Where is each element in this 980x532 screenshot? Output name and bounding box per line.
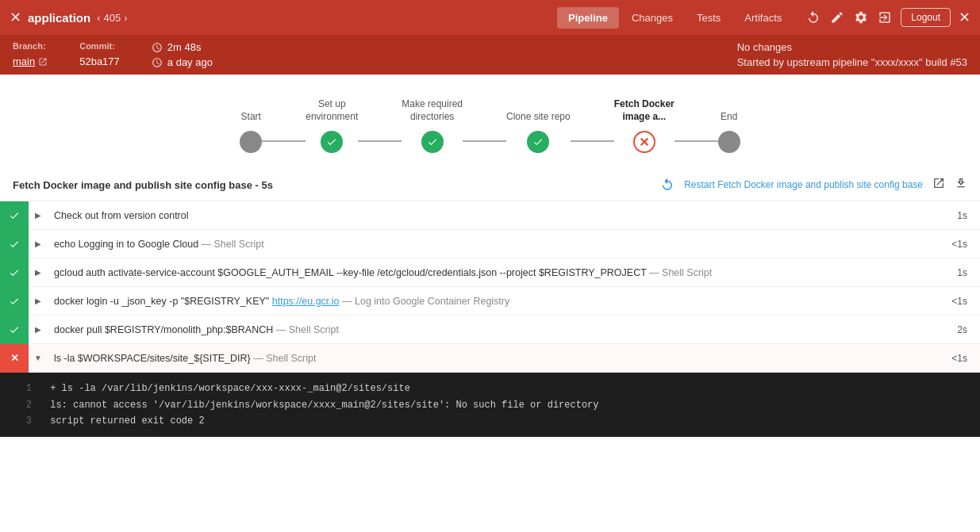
stage-end-node[interactable]	[718, 131, 740, 153]
stage-make-dirs: Make requireddirectories	[402, 98, 463, 153]
started-by-text: Started by upstream pipeline "xxxx/xxxx"…	[737, 56, 967, 68]
log-row-ls: ✕ ▼ ls -la $WORKSPACE/sites/site_${SITE_…	[0, 344, 980, 373]
close-icon[interactable]: ✕	[10, 9, 21, 26]
log-status-4	[0, 287, 29, 316]
branch-label: Branch:	[13, 41, 46, 51]
log-status-1	[0, 201, 29, 230]
check-icon-3	[532, 136, 544, 147]
line-num-2: 2	[13, 397, 32, 413]
check-icon	[326, 136, 337, 147]
external-icon	[932, 177, 945, 189]
log-expand-2[interactable]: ▶	[29, 239, 48, 248]
line-content-3: script returned exit code 2	[50, 415, 204, 427]
time-icon	[152, 57, 163, 68]
replay-icon[interactable]	[805, 10, 821, 25]
log-text-6: ls -la $WORKSPACE/sites/site_${SITE_DIR}…	[48, 353, 939, 364]
build-navigation: ‹ 405 ›	[97, 12, 127, 24]
terminal-line-3: 3 script returned exit code 2	[13, 413, 967, 429]
tab-tests[interactable]: Tests	[686, 7, 732, 29]
line-content-2: ls: cannot access '/var/lib/jenkins/work…	[50, 400, 598, 411]
meta-row: Branch: main Commit: 52ba177 2m 48s a da…	[0, 35, 980, 75]
log-expand-5[interactable]: ▶	[29, 325, 48, 334]
log-status-5	[0, 316, 29, 344]
restart-icon[interactable]	[660, 178, 674, 192]
open-external-icon[interactable]	[932, 177, 945, 193]
section-actions: Restart Fetch Docker image and publish s…	[660, 177, 967, 193]
log-text-5: docker pull $REGISTRY/monolith_php:$BRAN…	[48, 324, 944, 335]
section-header: Fetch Docker image and publish site conf…	[0, 169, 980, 201]
stage-fetch-docker-label: Fetch Dockerimage a...	[614, 98, 674, 123]
log-expand-3[interactable]: ▶	[29, 268, 48, 277]
header: ✕ application ‹ 405 › Pipeline Changes T…	[0, 0, 980, 35]
check-icon-2	[427, 136, 438, 147]
stage-setup: Set upenvironment	[306, 98, 358, 153]
gcr-link[interactable]: https://eu.gcr.io	[272, 296, 340, 307]
check-2	[9, 239, 20, 250]
pipeline-info: No changes Started by upstream pipeline …	[737, 41, 967, 68]
restart-link[interactable]: Restart Fetch Docker image and publish s…	[684, 179, 923, 190]
log-expand-6[interactable]: ▼	[29, 354, 48, 362]
tab-changes[interactable]: Changes	[621, 7, 684, 29]
log-row-checkout: ▶ Check out from version control 1s	[0, 201, 980, 230]
error-icon-6: ✕	[10, 352, 19, 364]
export-icon[interactable]	[877, 10, 893, 25]
log-status-2	[0, 230, 29, 258]
log-duration-1: 1s	[944, 210, 980, 221]
main-tabs: Pipeline Changes Tests Artifacts	[557, 7, 793, 29]
log-expand-4[interactable]: ▶	[29, 297, 48, 305]
terminal-output: 1 + ls -la /var/lib/jenkins/workspace/xx…	[0, 373, 980, 437]
content-area: Fetch Docker image and publish site conf…	[0, 169, 980, 437]
connector-4	[571, 140, 614, 142]
stage-setup-label: Set upenvironment	[306, 98, 358, 123]
branch-item: Branch: main	[13, 41, 48, 67]
stage-fetch-docker-node[interactable]: ✕	[633, 131, 655, 153]
nav-next-icon[interactable]: ›	[124, 12, 127, 24]
external-link-icon	[38, 57, 48, 67]
log-text-1: Check out from version control	[48, 210, 944, 221]
header-icons: Logout ✕	[805, 8, 970, 27]
log-text-4: docker login -u _json_key -p "$REGISTRY_…	[48, 296, 939, 307]
log-text-2: echo Logging in to Google Cloud — Shell …	[48, 239, 939, 250]
edit-icon[interactable]	[829, 10, 845, 25]
nav-prev-icon[interactable]: ‹	[97, 12, 100, 24]
connector-3	[463, 140, 506, 142]
window-close-icon[interactable]: ✕	[959, 9, 970, 26]
commit-label: Commit:	[79, 41, 115, 51]
section-title: Fetch Docker image and publish site conf…	[13, 179, 660, 191]
log-duration-3: 1s	[944, 267, 980, 278]
check-1	[9, 210, 20, 221]
stage-fetch-docker: Fetch Dockerimage a... ✕	[614, 98, 674, 153]
terminal-line-2: 2 ls: cannot access '/var/lib/jenkins/wo…	[13, 397, 967, 413]
branch-value[interactable]: main	[13, 55, 35, 67]
stage-setup-node[interactable]	[321, 131, 343, 153]
tab-artifacts[interactable]: Artifacts	[733, 7, 793, 29]
logout-button[interactable]: Logout	[901, 8, 951, 27]
log-duration-5: 2s	[944, 324, 980, 335]
settings-icon[interactable]	[853, 10, 869, 25]
stage-make-dirs-node[interactable]	[421, 131, 444, 153]
no-changes-text: No changes	[737, 41, 967, 53]
log-status-3	[0, 258, 29, 287]
duration-value: 2m 48s	[167, 41, 202, 53]
pipeline-area: Start Set upenvironment Make requireddir…	[0, 75, 980, 169]
tab-pipeline[interactable]: Pipeline	[557, 7, 619, 29]
stage-end-label: End	[721, 111, 737, 124]
pipeline-stages: Start Set upenvironment Make requireddir…	[240, 98, 740, 153]
stage-end: End	[718, 111, 740, 154]
build-number: 405	[104, 12, 121, 24]
connector-1	[262, 140, 306, 142]
stage-make-dirs-label: Make requireddirectories	[402, 98, 463, 123]
stage-start-node[interactable]	[240, 131, 262, 153]
log-expand-1[interactable]: ▶	[29, 211, 48, 220]
connector-5	[674, 140, 718, 142]
stage-clone-node[interactable]	[527, 131, 549, 153]
stage-clone: Clone site repo	[506, 111, 571, 154]
terminal-line-1: 1 + ls -la /var/lib/jenkins/workspace/xx…	[13, 381, 967, 396]
error-x-icon: ✕	[639, 135, 649, 150]
log-duration-4: <1s	[939, 296, 980, 307]
check-3	[9, 267, 20, 278]
commit-value: 52ba177	[79, 55, 120, 67]
download-icon[interactable]	[955, 177, 967, 193]
log-duration-6: <1s	[939, 353, 980, 364]
log-duration-2: <1s	[939, 239, 980, 250]
